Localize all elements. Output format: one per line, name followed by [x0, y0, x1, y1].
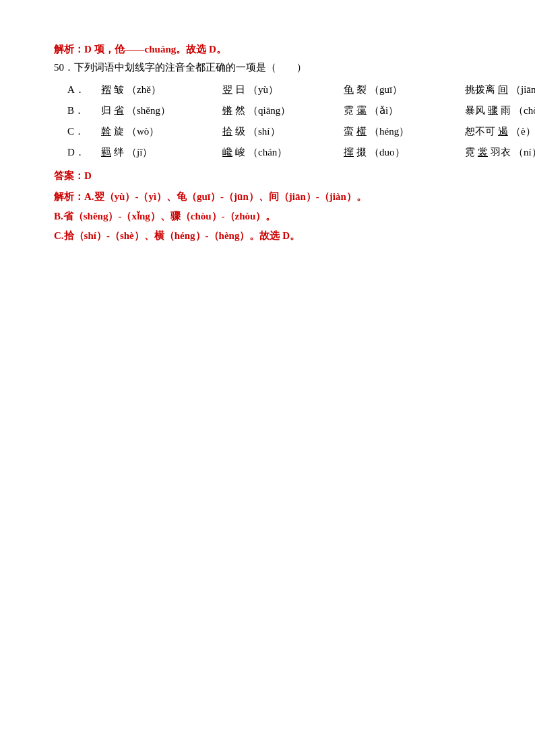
option-char: 撺	[344, 143, 354, 162]
option-pinyin: （duo）	[369, 143, 405, 162]
option-char: 羁	[101, 143, 111, 162]
option-char: 暴风	[465, 102, 485, 120]
option-char: 拾	[222, 123, 232, 141]
option-item-a3: 龟裂 （guī）	[344, 81, 451, 99]
option-item-c2: 拾级 （shí）	[222, 123, 330, 141]
option-label-b: B．	[67, 102, 88, 120]
option-char-rest: 日	[235, 81, 245, 99]
option-char: 归	[101, 102, 111, 120]
option-pinyin: （chán）	[248, 143, 287, 162]
option-label-c: C．	[67, 123, 88, 141]
option-char-rest: 旋	[114, 123, 124, 141]
option-pinyin: （héng）	[369, 123, 409, 141]
option-item-d1: 羁绊 （jī）	[101, 143, 209, 162]
option-pinyin: （qiāng）	[248, 102, 290, 120]
option-item-c4: 恕不可遏 （è）	[465, 123, 535, 141]
option-item-d2: 巉峻 （chán）	[222, 143, 330, 162]
option-char-underline: 裳	[478, 143, 488, 162]
option-pinyin: （jī）	[127, 143, 152, 162]
option-char-rest: 绊	[114, 143, 124, 162]
option-row-d: D． 羁绊 （jī） 巉峻 （chán） 撺掇 （duo） 霓裳羽衣 （ní）	[67, 143, 495, 162]
option-char: 巉	[222, 143, 232, 162]
option-pinyin: （è）	[511, 123, 535, 141]
option-item-d4: 霓裳羽衣 （ní）	[465, 143, 535, 162]
analysis-header: 解析：D 项，伧——chuàng。故选 D。	[54, 40, 495, 59]
analysis-block: 解析：A.翌（yù）-（yì）、龟（guī）-（jūn）、间（jiān）-（ji…	[54, 188, 495, 245]
answer-block: 答案：D	[54, 167, 495, 185]
analysis-line-3: C.拾（shí）-（shè）、横（héng）-（hèng）。故选 D。	[54, 227, 495, 245]
option-char-underline: 骤	[488, 102, 498, 120]
option-char: 翌	[222, 81, 232, 99]
option-char-rest: 皱	[114, 81, 124, 99]
question-title: 50．下列词语中划线字的注音全都正确的一项是（ ）	[54, 59, 495, 77]
analysis-line-2: B.省（shěng）-（xǐng）、骤（chòu）-（zhòu）。	[54, 207, 495, 226]
option-char-underline: 霭	[356, 102, 367, 120]
option-item-c1: 斡旋 （wò）	[101, 123, 209, 141]
option-item-a4: 挑拨离间 （jiān）	[465, 81, 535, 99]
option-pinyin: （ní）	[513, 143, 535, 162]
option-pinyin: （zhě）	[127, 81, 161, 99]
option-item-b2: 锵然 （qiāng）	[222, 102, 330, 120]
question-block: 50．下列词语中划线字的注音全都正确的一项是（ ） A． 褶皱 （zhě） 翌日…	[54, 59, 495, 162]
option-char-rest: 然	[235, 102, 245, 120]
option-item-b4: 暴风骤雨 （chòu）	[465, 102, 535, 120]
option-pinyin: （shěng）	[127, 102, 170, 120]
option-row-b: B． 归省 （shěng） 锵然 （qiāng） 霓霭 （ǎi） 暴风骤雨 （c…	[67, 102, 495, 120]
option-char: 锵	[222, 102, 232, 120]
option-item-d3: 撺掇 （duo）	[344, 143, 451, 162]
option-char: 挑拨离	[465, 81, 495, 99]
option-row-c: C． 斡旋 （wò） 拾级 （shí） 蛮横 （héng） 恕不可遏 （è）	[67, 123, 495, 141]
option-pinyin: （wò）	[127, 123, 159, 141]
option-item-b1: 归省 （shěng）	[101, 102, 209, 120]
option-char-rest: 掇	[356, 143, 367, 162]
option-pinyin: （guī）	[369, 81, 402, 99]
option-pinyin: （shí）	[248, 123, 280, 141]
option-char-underline: 省	[114, 102, 124, 120]
analysis-line-1: 解析：A.翌（yù）-（yì）、龟（guī）-（jūn）、间（jiān）-（ji…	[54, 188, 495, 206]
option-char-underline: 间	[498, 81, 508, 99]
option-row-a: A． 褶皱 （zhě） 翌日 （yù） 龟裂 （guī） 挑拨离间 （jiān）	[67, 81, 495, 99]
option-pinyin: （jiān）	[511, 81, 535, 99]
option-char-rest: 羽衣	[491, 143, 511, 162]
option-char: 褶	[101, 81, 111, 99]
option-item-c3: 蛮横 （héng）	[344, 123, 451, 141]
option-pinyin: （ǎi）	[369, 102, 398, 120]
option-pinyin: （yù）	[248, 81, 278, 99]
option-item-a1: 褶皱 （zhě）	[101, 81, 209, 99]
option-char: 斡	[101, 123, 111, 141]
option-char: 霓	[465, 143, 475, 162]
page-container: 解析：D 项，伧——chuàng。故选 D。 50．下列词语中划线字的注音全都正…	[54, 40, 495, 245]
answer-label: 答案：D	[54, 170, 92, 181]
option-char-rest: 裂	[356, 81, 367, 99]
option-item-b3: 霓霭 （ǎi）	[344, 102, 451, 120]
option-char-rest: 峻	[235, 143, 245, 162]
option-char-underline: 遏	[498, 123, 508, 141]
option-char: 霓	[344, 102, 354, 120]
option-pinyin: （chòu）	[513, 102, 535, 120]
option-label-a: A．	[67, 81, 88, 99]
option-char-underline: 横	[356, 123, 367, 141]
options-block: A． 褶皱 （zhě） 翌日 （yù） 龟裂 （guī） 挑拨离间 （jiān）	[67, 81, 495, 162]
option-char: 蛮	[344, 123, 354, 141]
option-char-rest: 级	[235, 123, 245, 141]
option-char-rest: 雨	[501, 102, 511, 120]
option-item-a2: 翌日 （yù）	[222, 81, 330, 99]
option-label-d: D．	[67, 143, 88, 162]
option-char: 龟	[344, 81, 354, 99]
option-char: 恕不可	[465, 123, 495, 141]
